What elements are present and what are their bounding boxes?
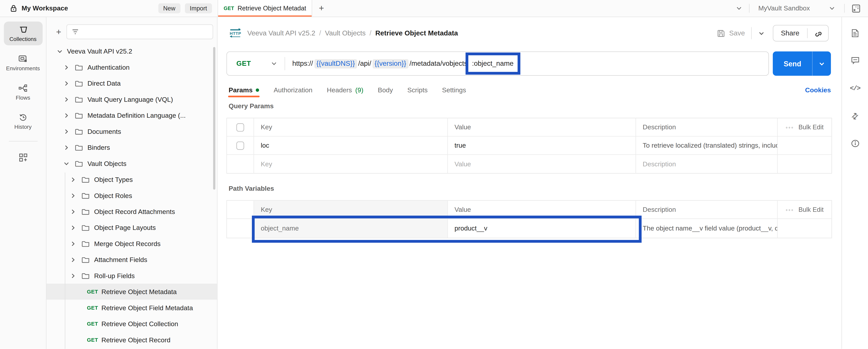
- workspace-name[interactable]: My Workspace: [22, 4, 68, 12]
- sidebar-scrollbar[interactable]: [213, 47, 215, 190]
- send-button[interactable]: Send: [773, 51, 812, 76]
- bulk-edit-button[interactable]: ◦◦◦ Bulk Edit: [786, 206, 824, 213]
- cookies-link[interactable]: Cookies: [805, 86, 831, 94]
- url-path-variable-annotation-box: :object_name: [465, 53, 520, 75]
- tree-item-subfolder[interactable]: Object Page Layouts: [46, 219, 217, 236]
- rail-item-flows[interactable]: Flows: [4, 80, 42, 104]
- url-path-variable[interactable]: :object_name: [472, 60, 514, 67]
- url-variable-vaultdns[interactable]: {{vaultDNS}}: [314, 59, 357, 68]
- tab-authorization[interactable]: Authorization: [274, 86, 313, 94]
- environment-selector[interactable]: MyVault Sandbox: [756, 4, 837, 12]
- chevron-right-icon[interactable]: [70, 272, 76, 279]
- configure-sidebar-button[interactable]: [4, 149, 42, 165]
- chevron-right-icon[interactable]: [63, 80, 70, 86]
- chevron-down-icon[interactable]: [63, 160, 70, 167]
- qp-value-placeholder[interactable]: Value: [448, 155, 636, 173]
- save-options-chevron-icon[interactable]: [757, 30, 765, 37]
- tree-item-request[interactable]: GET Retrieve Object Record: [46, 332, 217, 348]
- left-rail: Collections Environments Flows History: [0, 17, 46, 349]
- tree-item-folder[interactable]: Vault Query Language (VQL): [46, 91, 217, 107]
- tree-item-subfolder[interactable]: Object Record Attachments: [46, 204, 217, 219]
- info-icon[interactable]: [850, 139, 860, 148]
- environments-icon: [18, 55, 28, 63]
- qp-key-cell[interactable]: loc: [254, 137, 448, 155]
- tree-item-subfolder[interactable]: Object Types: [46, 171, 217, 187]
- save-label: Save: [729, 29, 745, 37]
- tree-item-request[interactable]: GET Retrieve Object Collection: [46, 316, 217, 332]
- chevron-right-icon[interactable]: [70, 208, 76, 215]
- tree-item-label: Veeva Vault API v25.2: [67, 47, 132, 55]
- qp-key-placeholder[interactable]: Key: [254, 155, 448, 173]
- tree-item-subfolder[interactable]: Object Roles: [46, 187, 217, 203]
- tree-item-collection[interactable]: Veeva Vault API v25.2: [46, 43, 217, 59]
- qp-value-cell[interactable]: true: [448, 137, 636, 155]
- tree-item-request[interactable]: GET Retrieve Object Field Metadata: [46, 300, 217, 316]
- tree-item-folder[interactable]: Direct Data: [46, 75, 217, 91]
- folder-icon: [82, 192, 90, 199]
- rail-label-flows: Flows: [16, 95, 30, 101]
- tree-item-subfolder[interactable]: Merge Object Records: [46, 236, 217, 251]
- tree-item-folder-expanded[interactable]: Vault Objects: [46, 155, 217, 171]
- tree-item-label: Documents: [88, 127, 121, 135]
- documentation-icon[interactable]: [850, 28, 860, 38]
- comments-icon[interactable]: [850, 56, 860, 65]
- chevron-right-icon[interactable]: [63, 112, 70, 119]
- chevron-right-icon[interactable]: [63, 144, 70, 151]
- import-button[interactable]: Import: [185, 3, 212, 13]
- select-all-checkbox[interactable]: [236, 123, 244, 131]
- chevron-right-icon[interactable]: [63, 64, 70, 70]
- tree-item-folder[interactable]: Authentication: [46, 59, 217, 75]
- rail-item-collections[interactable]: Collections: [4, 22, 42, 45]
- tree-item-subfolder[interactable]: Attachment Fields: [46, 251, 217, 268]
- rail-item-history[interactable]: History: [4, 109, 42, 133]
- code-snippet-icon[interactable]: </>: [850, 83, 860, 93]
- url-variable-version[interactable]: {{version}}: [372, 59, 408, 68]
- new-tab-button[interactable]: +: [312, 0, 324, 16]
- save-button[interactable]: Save: [717, 29, 745, 37]
- pv-value-cell[interactable]: product__v: [448, 219, 636, 238]
- tree-item-folder[interactable]: Metadata Definition Language (...: [46, 107, 217, 123]
- tab-headers[interactable]: Headers (9): [327, 86, 363, 94]
- tree-item-label: Object Record Attachments: [94, 208, 175, 215]
- chevron-right-icon[interactable]: [70, 256, 76, 263]
- folder-icon: [75, 128, 83, 135]
- tab-body[interactable]: Body: [378, 86, 393, 94]
- chevron-right-icon[interactable]: [63, 96, 70, 103]
- filter-input[interactable]: [82, 25, 213, 39]
- tab-scripts[interactable]: Scripts: [407, 86, 428, 94]
- qp-description-placeholder[interactable]: Description: [636, 155, 778, 173]
- url-input[interactable]: https:// {{vaultDNS}} /api/ {{version}} …: [285, 53, 520, 75]
- chevron-right-icon[interactable]: [63, 128, 70, 135]
- tree-item-folder[interactable]: Binders: [46, 139, 217, 155]
- breadcrumb-folder[interactable]: Vault Objects: [325, 29, 366, 37]
- bulk-edit-button[interactable]: ◦◦◦ Bulk Edit: [786, 124, 824, 131]
- share-button[interactable]: Share: [773, 29, 807, 37]
- rail-item-environments[interactable]: Environments: [4, 51, 42, 75]
- qp-description-cell[interactable]: To retrieve localized (translated) strin…: [636, 137, 778, 155]
- pv-description-cell[interactable]: The object name__v field value (product_…: [636, 219, 778, 238]
- tab-params[interactable]: Params: [229, 86, 259, 94]
- chevron-right-icon[interactable]: [70, 240, 76, 247]
- tree-item-subfolder[interactable]: Roll-up Fields: [46, 268, 217, 283]
- tab-settings[interactable]: Settings: [442, 86, 466, 94]
- save-icon: [717, 29, 725, 37]
- tree-item-request-selected[interactable]: GET Retrieve Object Metadata: [46, 284, 217, 300]
- tree-item-folder[interactable]: Documents: [46, 123, 217, 139]
- breadcrumb-collection[interactable]: Veeva Vault API v25.2: [247, 29, 315, 37]
- tab-list-chevron-icon[interactable]: [736, 5, 742, 12]
- chevron-down-icon[interactable]: [56, 48, 63, 55]
- chevron-right-icon[interactable]: [70, 224, 76, 231]
- copy-link-icon[interactable]: [808, 29, 828, 37]
- chevron-right-icon[interactable]: [70, 176, 76, 183]
- environment-quick-look-icon[interactable]: [851, 4, 861, 13]
- sidebar-add-button[interactable]: +: [53, 25, 64, 39]
- row-checkbox[interactable]: [236, 141, 244, 150]
- topbar-divider: [749, 4, 749, 13]
- related-requests-icon[interactable]: ⇄: [850, 111, 860, 121]
- new-button[interactable]: New: [158, 3, 180, 13]
- qp-empty-checkbox-cell: [227, 155, 254, 173]
- request-tab[interactable]: GET Retrieve Object Metadat: [218, 0, 312, 16]
- chevron-right-icon[interactable]: [70, 192, 76, 199]
- method-selector[interactable]: GET: [227, 60, 285, 67]
- send-options-chevron-icon[interactable]: [813, 51, 831, 76]
